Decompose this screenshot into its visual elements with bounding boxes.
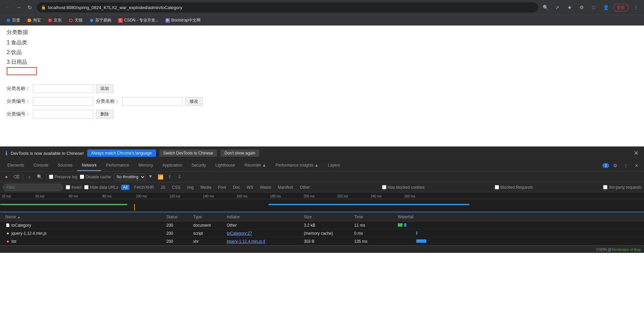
type-all-button[interactable]: All	[121, 185, 129, 190]
bookmark-suning[interactable]: 🔷 苏宁易购	[87, 17, 114, 24]
col-size[interactable]: Size	[301, 213, 352, 221]
tab-lighthouse[interactable]: Lighthouse	[211, 160, 240, 171]
type-ws-button[interactable]: WS	[245, 185, 255, 190]
col-waterfall[interactable]: Waterfall	[395, 213, 641, 221]
delete-label: 分类编号：	[7, 111, 30, 117]
close-devtools-button[interactable]: ✕	[632, 161, 641, 170]
third-party-checkbox[interactable]	[603, 185, 607, 189]
add-name-input[interactable]	[33, 84, 93, 93]
add-button[interactable]: 添加	[96, 84, 113, 93]
extensions-button[interactable]: ⚙	[577, 3, 586, 12]
blocked-requests-checkbox[interactable]	[495, 185, 499, 189]
back-button[interactable]: ←	[3, 3, 13, 12]
row2-initiator-link[interactable]: toCategory:27	[227, 231, 252, 236]
devtools-tab-icons: 2 ⚙ ⋮ ✕	[602, 161, 641, 170]
col-status[interactable]: Status	[164, 213, 191, 221]
type-img-button[interactable]: Img	[185, 185, 196, 190]
xhr-icon: ■	[5, 239, 10, 244]
upload-button[interactable]: ⇧	[166, 173, 173, 181]
share-button[interactable]: ➚	[553, 3, 562, 12]
preserve-log-checkbox[interactable]	[49, 175, 53, 179]
invert-label[interactable]: Invert	[66, 185, 82, 190]
update-button[interactable]: 更新	[613, 4, 629, 11]
tab-network[interactable]: Network	[77, 160, 101, 171]
tab-application[interactable]: Application	[158, 160, 187, 171]
row3-initiator-link[interactable]: jquery-1.12.4.min.js:4	[227, 239, 265, 244]
tab-elements[interactable]: Elements	[3, 160, 29, 171]
bookmark-csdn[interactable]: C CSDN - 专业开发...	[115, 17, 161, 24]
tick-180ms: 180 ms	[270, 194, 281, 198]
type-fetch-xhr-button[interactable]: Fetch/XHR	[132, 185, 156, 190]
throttle-arrow[interactable]: ▼	[148, 174, 155, 180]
edit-name-input[interactable]	[122, 97, 182, 106]
disable-cache-label[interactable]: Disable cache	[80, 175, 111, 179]
type-media-button[interactable]: Media	[198, 185, 213, 190]
type-other-button[interactable]: Other	[298, 185, 312, 190]
row1-time: 11 ms	[352, 222, 395, 229]
type-js-button[interactable]: JS	[159, 185, 167, 190]
dont-show-button[interactable]: Don't show again	[220, 149, 259, 157]
switch-chinese-button[interactable]: Switch DevTools to Chinese	[159, 149, 217, 157]
match-language-button[interactable]: Always match Chrome's language	[87, 149, 156, 157]
tab-memory[interactable]: Memory	[134, 160, 158, 171]
tab-performance[interactable]: Performance	[101, 160, 134, 171]
hide-data-urls-label[interactable]: Hide data URLs	[84, 185, 118, 190]
profile-button[interactable]: 👤	[601, 3, 610, 12]
throttle-select[interactable]: No throttling Slow 3G Fast 3G	[114, 174, 146, 180]
has-blocked-cookies-checkbox[interactable]	[382, 185, 386, 189]
type-font-button[interactable]: Font	[216, 185, 228, 190]
forward-button[interactable]: →	[14, 3, 23, 12]
type-doc-button[interactable]: Doc	[231, 185, 242, 190]
network-row-1[interactable]: 📄 toCategory 200 document Other 3.2 kB 1…	[0, 221, 644, 229]
download-button[interactable]: ⇩	[176, 173, 183, 181]
bookmark-baidu[interactable]: 🔵 百度	[3, 17, 23, 24]
tab-performance-insights[interactable]: Performance insights ▲	[271, 160, 323, 171]
selected-category-box[interactable]	[7, 67, 37, 75]
tab-recorder[interactable]: Recorder ▲	[240, 160, 271, 171]
tab-sources[interactable]: Sources	[53, 160, 77, 171]
category-item-2: 2 饮品	[7, 49, 637, 56]
filter-input[interactable]	[3, 184, 63, 191]
settings-button[interactable]: ⚙	[610, 161, 620, 170]
tab-security[interactable]: Security	[187, 160, 211, 171]
edit-id-input[interactable]	[33, 97, 93, 106]
edit-button[interactable]: 修改	[185, 97, 203, 106]
split-button[interactable]: □	[589, 3, 598, 12]
notification-close-button[interactable]: ✕	[634, 149, 639, 157]
delete-button[interactable]: 删除	[96, 110, 113, 119]
type-wasm-button[interactable]: Wasm	[258, 185, 273, 190]
clear-button[interactable]: ⌫	[13, 173, 20, 181]
more-button[interactable]: ⋮	[621, 161, 631, 170]
hide-data-urls-checkbox[interactable]	[84, 185, 89, 189]
col-initiator[interactable]: Initiator	[224, 213, 301, 221]
network-row-3[interactable]: ■ list 200 xhr jquery-1.12.4.min.js:4 30…	[0, 237, 644, 245]
menu-button[interactable]: ⋮	[631, 3, 641, 12]
col-name[interactable]: Name ▲	[3, 213, 164, 221]
third-party-label[interactable]: 3rd-party requests	[603, 185, 641, 190]
search-button[interactable]: 🔍	[36, 173, 43, 181]
bookmark-bootstrap[interactable]: B Bootstrap中文网	[163, 17, 203, 24]
disable-cache-checkbox[interactable]	[80, 175, 84, 179]
tab-layers[interactable]: Layers	[323, 160, 344, 171]
filter-toggle-button[interactable]: ⍋	[26, 173, 33, 181]
tab-console[interactable]: Console	[29, 160, 53, 171]
bookmark-tmall[interactable]: ⭕ 天猫	[66, 17, 85, 24]
search-button[interactable]: 🔍	[541, 3, 550, 12]
invert-checkbox[interactable]	[66, 185, 70, 189]
bookmark-taobao[interactable]: 🟠 淘宝	[24, 17, 44, 24]
col-time[interactable]: Time	[352, 213, 395, 221]
delete-id-input[interactable]	[33, 110, 93, 119]
waterfall-bar-1	[398, 223, 402, 227]
type-css-button[interactable]: CSS	[170, 185, 182, 190]
col-type[interactable]: Type	[191, 213, 224, 221]
address-bar[interactable]: 🔒 localhost:8080/spring_0824_KTLX2_war_e…	[37, 2, 538, 12]
has-blocked-cookies-label[interactable]: Has blocked cookies	[382, 185, 425, 190]
bookmark-jd[interactable]: 🔴 京东	[45, 17, 64, 24]
network-row-2[interactable]: ■ jquery-1.12.4.min.js 200 script toCate…	[0, 229, 644, 237]
type-manifest-button[interactable]: Manifest	[276, 185, 295, 190]
bookmark-button[interactable]: ★	[565, 3, 574, 12]
record-button[interactable]: ●	[3, 173, 10, 181]
blocked-requests-label[interactable]: Blocked Requests	[495, 185, 533, 190]
reload-button[interactable]: ↻	[25, 3, 34, 12]
preserve-log-label[interactable]: Preserve log	[49, 175, 77, 179]
